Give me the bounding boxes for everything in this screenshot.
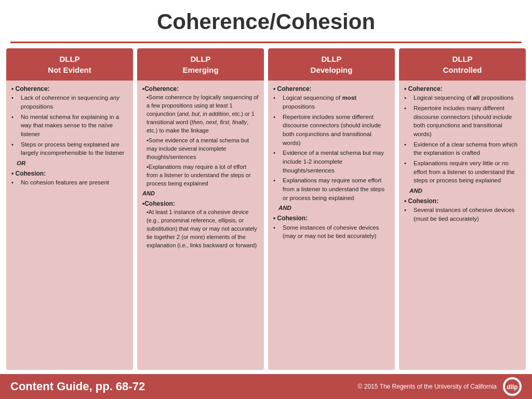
col-body-developing: • Coherence:Logical sequencing of most p… <box>268 81 395 370</box>
footer: Content Guide, pp. 68-72 © 2015 The Rege… <box>0 374 532 399</box>
content-grid: DLLPNot Evident• Coherence:Lack of coher… <box>0 48 532 374</box>
footer-left-text: Content Guide, pp. 68-72 <box>10 380 145 393</box>
footer-logo: dllp <box>503 377 522 396</box>
svg-text:dllp: dllp <box>507 383 517 391</box>
column-developing: DLLPDeveloping• Coherence:Logical sequen… <box>268 48 395 370</box>
col-body-not-evident: • Coherence:Lack of coherence in sequenc… <box>6 81 133 370</box>
col-header-not-evident: DLLPNot Evident <box>6 48 133 81</box>
col-body-emerging: •Coherence:•Some coherence by logically … <box>137 81 264 370</box>
col-header-emerging: DLLPEmerging <box>137 48 264 81</box>
column-controlled: DLLPControlled• Coherence:Logical sequen… <box>399 48 526 370</box>
footer-copyright: © 2015 The Regents of the University of … <box>358 383 497 390</box>
col-header-developing: DLLPDeveloping <box>268 48 395 81</box>
column-emerging: DLLPEmerging•Coherence:•Some coherence b… <box>137 48 264 370</box>
column-not-evident: DLLPNot Evident• Coherence:Lack of coher… <box>6 48 133 370</box>
col-body-controlled: • Coherence:Logical sequencing of all pr… <box>399 81 526 370</box>
footer-right: © 2015 The Regents of the University of … <box>358 377 522 396</box>
col-header-controlled: DLLPControlled <box>399 48 526 81</box>
title-divider <box>10 42 522 43</box>
title-area: Coherence/Cohesion <box>0 0 532 38</box>
main-title: Coherence/Cohesion <box>10 9 522 34</box>
